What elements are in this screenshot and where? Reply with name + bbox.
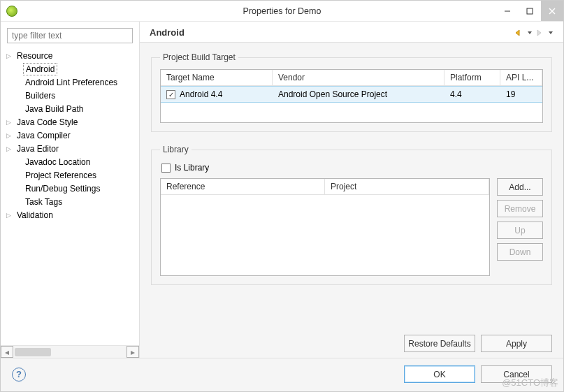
tree-item-label: Android xyxy=(23,63,57,75)
tree-item-builders[interactable]: Builders xyxy=(2,89,139,102)
col-project[interactable]: Project xyxy=(325,179,489,195)
back-menu-icon[interactable] xyxy=(527,30,533,36)
svg-rect-1 xyxy=(527,8,533,14)
expand-icon[interactable]: ▷ xyxy=(6,145,15,152)
minimize-button[interactable] xyxy=(496,1,519,21)
expand-icon[interactable]: ▷ xyxy=(6,119,15,126)
tree-item-label: Project References xyxy=(23,170,99,181)
tree-item-label: Run/Debug Settings xyxy=(23,183,102,194)
target-platform: 4.4 xyxy=(444,87,500,102)
target-api: 19 xyxy=(500,87,542,102)
target-checkbox[interactable]: ✓ xyxy=(166,90,175,99)
filter-input[interactable] xyxy=(7,28,133,43)
close-button[interactable] xyxy=(541,1,563,21)
build-target-group: Project Build Target Target Name Vendor … xyxy=(151,52,552,132)
add-button[interactable]: Add... xyxy=(497,178,543,196)
tree-item-label: Java Build Path xyxy=(23,103,85,115)
tree-item-resource[interactable]: ▷Resource xyxy=(2,49,139,62)
maximize-button[interactable] xyxy=(519,1,541,21)
is-library-label: Is Library xyxy=(175,163,209,173)
tree-item-label: Android Lint Preferences xyxy=(23,77,120,88)
tree-item-label: Builders xyxy=(23,90,57,101)
scroll-right-icon[interactable]: ▸ xyxy=(126,346,139,358)
scroll-thumb[interactable] xyxy=(15,348,51,356)
scroll-left-icon[interactable]: ◂ xyxy=(1,346,13,358)
build-target-legend: Project Build Target xyxy=(160,52,238,62)
expand-icon[interactable]: ▷ xyxy=(6,212,15,219)
tree-item-label: Java Editor xyxy=(15,143,61,154)
tree-item-java-build-path[interactable]: Java Build Path xyxy=(2,102,139,115)
window-title: Properties for Demo xyxy=(1,6,563,16)
nav-tree: ▷ResourceAndroidAndroid Lint Preferences… xyxy=(1,48,139,345)
tree-item-label: Validation xyxy=(15,210,55,221)
build-target-table: Target Name Vendor Platform API L... ✓An… xyxy=(160,69,543,123)
target-name: Android 4.4 xyxy=(180,89,222,99)
tree-item-label: Task Tags xyxy=(23,196,64,208)
library-legend: Library xyxy=(160,145,191,154)
tree-item-validation[interactable]: ▷Validation xyxy=(2,208,139,222)
back-icon[interactable] xyxy=(514,29,524,37)
expand-icon[interactable]: ▷ xyxy=(6,52,15,59)
forward-menu-icon[interactable] xyxy=(548,30,554,36)
forward-icon xyxy=(535,29,545,37)
col-api[interactable]: API L... xyxy=(500,70,542,86)
restore-defaults-button[interactable]: Restore Defaults xyxy=(404,335,475,352)
ok-button[interactable]: OK xyxy=(404,365,475,383)
col-reference[interactable]: Reference xyxy=(161,179,325,195)
table-row xyxy=(161,103,542,122)
tree-item-project-references[interactable]: Project References xyxy=(2,168,139,182)
page-heading: Android xyxy=(150,27,514,38)
tree-item-java-compiler[interactable]: ▷Java Compiler xyxy=(2,129,139,142)
tree-item-java-code-style[interactable]: ▷Java Code Style xyxy=(2,115,139,129)
tree-item-javadoc-location[interactable]: Javadoc Location xyxy=(2,155,139,168)
apply-button[interactable]: Apply xyxy=(481,335,552,352)
col-vendor[interactable]: Vendor xyxy=(273,70,444,86)
tree-item-android-lint-preferences[interactable]: Android Lint Preferences xyxy=(2,75,139,89)
remove-button: Remove xyxy=(497,200,543,217)
target-vendor: Android Open Source Project xyxy=(273,87,444,102)
tree-item-java-editor[interactable]: ▷Java Editor xyxy=(2,142,139,155)
tree-item-label: Javadoc Location xyxy=(23,157,92,168)
tree-item-label: Resource xyxy=(15,50,55,61)
tree-item-android[interactable]: Android xyxy=(2,62,139,75)
tree-item-label: Java Compiler xyxy=(15,130,73,141)
library-group: Library Is Library Reference Project xyxy=(151,145,552,285)
tree-item-task-tags[interactable]: Task Tags xyxy=(2,195,139,208)
is-library-checkbox[interactable] xyxy=(161,164,171,173)
cancel-button[interactable]: Cancel xyxy=(481,365,552,383)
tree-item-label: Java Code Style xyxy=(15,117,80,128)
expand-icon[interactable]: ▷ xyxy=(6,132,15,139)
table-row[interactable]: ✓Android 4.4Android Open Source Project4… xyxy=(161,86,542,103)
down-button: Down xyxy=(497,243,543,261)
sidebar-scrollbar[interactable]: ◂ ▸ xyxy=(1,345,139,358)
titlebar: Properties for Demo xyxy=(1,1,563,22)
tree-item-run-debug-settings[interactable]: Run/Debug Settings xyxy=(2,182,139,195)
sidebar: ▷ResourceAndroidAndroid Lint Preferences… xyxy=(1,22,140,358)
help-icon[interactable]: ? xyxy=(12,368,26,382)
up-button: Up xyxy=(497,222,543,239)
col-target-name[interactable]: Target Name xyxy=(161,70,273,86)
library-table: Reference Project xyxy=(160,178,490,276)
col-platform[interactable]: Platform xyxy=(444,70,500,86)
